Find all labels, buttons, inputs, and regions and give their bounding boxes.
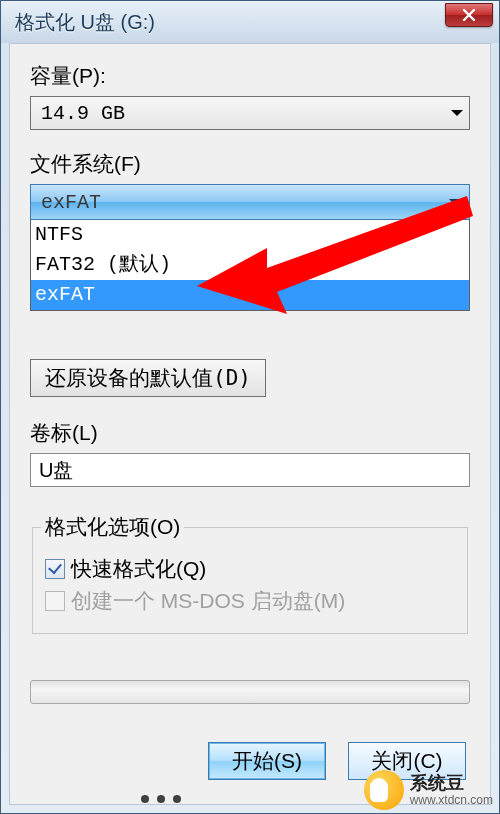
- msdos-label: 创建一个 MS-DOS 启动盘(M): [71, 587, 345, 615]
- volume-label: 卷标(L): [30, 419, 470, 447]
- filesystem-value: exFAT: [41, 191, 101, 214]
- quick-format-checkbox[interactable]: [45, 559, 65, 579]
- watermark: 系统豆 www.xtdcn.com: [309, 767, 499, 813]
- filesystem-option-fat32[interactable]: FAT32 (默认): [31, 250, 469, 280]
- chevron-down-icon: [449, 199, 461, 205]
- window-title: 格式化 U盘 (G:): [15, 9, 155, 36]
- titlebar[interactable]: 格式化 U盘 (G:): [1, 1, 499, 43]
- close-button[interactable]: [445, 3, 493, 27]
- capacity-combo[interactable]: 14.9 GB: [30, 96, 470, 130]
- quick-format-label: 快速格式化(Q): [71, 555, 206, 583]
- msdos-row: 创建一个 MS-DOS 启动盘(M): [45, 587, 459, 615]
- dialog-body: 容量(P): 14.9 GB 文件系统(F) exFAT NTFS FAT32 …: [9, 43, 491, 805]
- volume-value: U盘: [39, 457, 73, 484]
- filesystem-option-exfat[interactable]: exFAT: [31, 280, 469, 310]
- volume-input[interactable]: U盘: [30, 453, 470, 487]
- progress-bar: [30, 680, 470, 704]
- format-options-legend: 格式化选项(O): [41, 513, 184, 541]
- watermark-url: www.xtdcn.com: [410, 794, 493, 806]
- format-dialog: 格式化 U盘 (G:) 容量(P): 14.9 GB 文件系统(F) exFAT…: [0, 0, 500, 814]
- decorative-dots: [141, 795, 181, 803]
- close-icon: [462, 8, 476, 22]
- restore-defaults-button[interactable]: 还原设备的默认值(D): [30, 359, 266, 397]
- msdos-checkbox: [45, 591, 65, 611]
- filesystem-option-ntfs[interactable]: NTFS: [31, 220, 469, 250]
- watermark-logo-icon: [364, 770, 404, 810]
- chevron-down-icon: [451, 110, 463, 116]
- filesystem-combo[interactable]: exFAT: [30, 184, 470, 220]
- watermark-name: 系统豆: [410, 774, 493, 792]
- quick-format-row[interactable]: 快速格式化(Q): [45, 555, 459, 583]
- filesystem-label: 文件系统(F): [30, 150, 470, 178]
- filesystem-dropdown: NTFS FAT32 (默认) exFAT: [30, 220, 470, 311]
- capacity-label: 容量(P):: [30, 62, 470, 90]
- format-options-group: 格式化选项(O) 快速格式化(Q) 创建一个 MS-DOS 启动盘(M): [32, 513, 468, 634]
- capacity-value: 14.9 GB: [41, 102, 125, 125]
